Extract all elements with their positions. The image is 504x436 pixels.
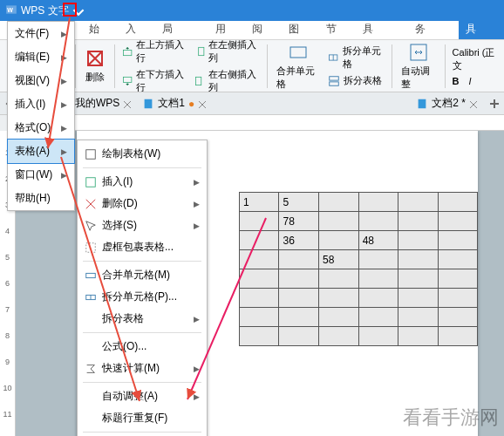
table-cell[interactable]: 36 xyxy=(279,231,319,250)
svg-rect-6 xyxy=(199,47,204,55)
close-icon[interactable] xyxy=(123,99,132,108)
sub-draw-table[interactable]: 绘制表格(W) xyxy=(78,143,207,165)
svg-rect-10 xyxy=(330,76,339,79)
menu-help[interactable]: 帮助(H) xyxy=(8,187,74,210)
document-table[interactable]: 15 78 3648 58 xyxy=(239,192,478,346)
rb-insert-below[interactable]: 在下方插入行 xyxy=(120,67,189,93)
sub-split-cell[interactable]: 拆分单元格(P)... xyxy=(78,286,207,308)
menu-insert[interactable]: 插入(I)▶ xyxy=(8,92,74,116)
table-cell[interactable] xyxy=(358,250,398,269)
svg-rect-18 xyxy=(86,242,96,252)
sub-delete[interactable]: 删除(D)▶ xyxy=(78,193,207,215)
annotation-mark-title xyxy=(63,3,77,17)
watermark: 看看手游网 xyxy=(403,405,499,431)
table-cell[interactable] xyxy=(438,212,477,231)
table-row xyxy=(240,327,478,346)
svg-rect-11 xyxy=(330,81,339,85)
document-tabs: 我的WPS 文档1 ● 文档2 * xyxy=(0,92,504,115)
table-cell[interactable] xyxy=(358,193,398,212)
table-row xyxy=(240,289,478,308)
rb-insert-left[interactable]: 在左侧插入列 xyxy=(193,40,262,65)
svg-rect-14 xyxy=(145,99,153,108)
table-cell[interactable] xyxy=(398,250,438,269)
svg-rect-8 xyxy=(290,47,306,58)
table-row xyxy=(240,269,478,289)
rb-insert-right[interactable]: 在右侧插入列 xyxy=(193,67,262,93)
table-cell[interactable]: 1 xyxy=(240,193,279,212)
table-row: 15 xyxy=(240,193,478,212)
sub-merge[interactable]: 合并单元格(M) xyxy=(78,264,207,286)
table-cell[interactable]: 58 xyxy=(319,250,359,269)
rb-insert-above[interactable]: 在上方插入行 xyxy=(120,40,189,65)
menu-window[interactable]: 窗口(W)▶ xyxy=(8,163,74,187)
table-cell[interactable] xyxy=(240,212,279,231)
table-cell[interactable] xyxy=(279,250,319,269)
app-icon: W xyxy=(5,3,17,18)
sub-split-tbl[interactable]: 拆分表格▶ xyxy=(78,308,207,330)
sub-formula[interactable]: 公式(O)... xyxy=(78,336,207,358)
close-icon[interactable] xyxy=(469,99,478,108)
rb-split-tbl[interactable]: 拆分表格 xyxy=(326,73,386,88)
close-icon[interactable] xyxy=(198,99,207,108)
sub-heading-repeat[interactable]: 标题行重复(F) xyxy=(78,407,207,429)
menu-view[interactable]: 视图(V)▶ xyxy=(8,69,74,92)
menu-edit[interactable]: 编辑(E)▶ xyxy=(8,45,74,69)
svg-rect-4 xyxy=(124,50,132,55)
table-cell[interactable] xyxy=(398,231,438,250)
rb-auto-adjust[interactable]: 自动调整 xyxy=(398,40,439,92)
rb-delete[interactable]: 删除 xyxy=(81,46,109,85)
svg-rect-17 xyxy=(86,177,96,187)
table-cell[interactable] xyxy=(398,193,438,212)
svg-text:W: W xyxy=(7,6,13,12)
svg-rect-19 xyxy=(86,273,96,277)
table-cell[interactable] xyxy=(438,231,477,250)
rb-font-select[interactable]: Calibri (正文 xyxy=(451,45,501,73)
table-submenu: 绘制表格(W) 插入(I)▶ 删除(D)▶ 选择(S)▶ 虚框包裹表格... 合… xyxy=(77,140,208,436)
doc-tab-2[interactable]: 文档2 * xyxy=(416,96,478,111)
sub-auto-adjust[interactable]: 自动调整(A)▶ xyxy=(78,385,207,407)
sub-quick-calc[interactable]: 快速计算(M)▶ xyxy=(78,358,207,379)
svg-rect-7 xyxy=(196,77,201,85)
app-menu: 文件(F)▶ 编辑(E)▶ 视图(V)▶ 插入(I)▶ 格式(O)▶ 表格(A)… xyxy=(7,21,75,211)
table-cell[interactable]: 78 xyxy=(279,212,319,231)
svg-rect-5 xyxy=(124,77,132,82)
ribbon-body: 刂|表格 删除 在上方插入行 在下方插入行 在左侧插入列 在右侧插入列 合并单元… xyxy=(0,40,504,92)
table-row xyxy=(240,308,478,327)
ruler-horizontal xyxy=(16,115,504,131)
app-title: WPS 文字 xyxy=(21,3,69,18)
rb-split-cell[interactable]: 拆分单元格 xyxy=(326,44,386,72)
sub-insert[interactable]: 插入(I)▶ xyxy=(78,171,207,193)
new-tab-icon[interactable] xyxy=(488,98,501,110)
menu-file[interactable]: 文件(F)▶ xyxy=(8,22,74,45)
table-cell[interactable] xyxy=(398,212,438,231)
table-cell[interactable] xyxy=(319,231,359,250)
table-cell[interactable] xyxy=(319,193,359,212)
table-cell[interactable] xyxy=(240,250,279,269)
table-cell[interactable] xyxy=(438,193,477,212)
table-cell[interactable] xyxy=(319,212,359,231)
menu-table[interactable]: 表格(A)▶ xyxy=(7,139,75,164)
table-cell[interactable] xyxy=(358,212,398,231)
table-row: 58 xyxy=(240,250,478,269)
table-cell[interactable] xyxy=(240,231,279,250)
workspace: 1234567891011121314 15 78 3648 58 xyxy=(0,115,504,436)
rb-merge[interactable]: 合并单元格 xyxy=(273,40,323,92)
table-cell[interactable] xyxy=(438,250,477,269)
sub-dashed-border[interactable]: 虚框包裹表格... xyxy=(78,236,207,258)
table-row: 78 xyxy=(240,212,478,231)
table-row: 3648 xyxy=(240,231,478,250)
ribbon-tabs: 开始 插入 页面布局 引用 审阅 视图 章节 开发工具 云服务 表格工具 xyxy=(0,21,504,40)
rb-font-buttons[interactable]: B I xyxy=(451,75,501,87)
svg-rect-16 xyxy=(86,149,96,159)
rb-font-group: Calibri (正文 B I xyxy=(451,45,501,87)
menu-format[interactable]: 格式(O)▶ xyxy=(8,116,74,140)
svg-rect-15 xyxy=(419,99,426,108)
titlebar: W WPS 文字 xyxy=(0,0,504,21)
table-cell[interactable]: 48 xyxy=(358,231,398,250)
sub-select[interactable]: 选择(S)▶ xyxy=(78,215,207,236)
doc-tab-1[interactable]: 文档1 ● xyxy=(142,96,207,111)
table-cell[interactable]: 5 xyxy=(279,193,319,212)
